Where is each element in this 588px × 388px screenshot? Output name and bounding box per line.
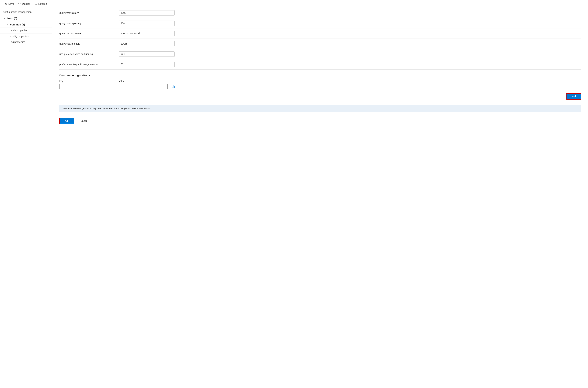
config-row-2: query.max-cpu-time bbox=[59, 28, 581, 39]
config-rows: query.max-history query.min-expire-age q… bbox=[52, 8, 588, 70]
sidebar-header: Configuration management bbox=[0, 8, 52, 15]
config-row-3: query.max-memory bbox=[59, 39, 581, 49]
custom-key-input-0[interactable] bbox=[59, 84, 115, 89]
config-value-input-4[interactable] bbox=[119, 51, 175, 57]
tree-item-config-properties[interactable]: config.properties bbox=[0, 33, 52, 39]
config-key-4: use-preferred-write-partitioning bbox=[59, 53, 115, 55]
chevron-trino-icon: ∨ bbox=[3, 16, 6, 20]
refresh-button[interactable]: Refresh bbox=[33, 1, 49, 6]
custom-config-section: Custom configurations key value bbox=[52, 70, 588, 89]
tree-label-config-properties: config.properties bbox=[10, 35, 29, 38]
content-area: query.max-history query.min-expire-age q… bbox=[52, 8, 588, 388]
config-row-0: query.max-history bbox=[59, 8, 581, 18]
config-value-input-3[interactable] bbox=[119, 41, 175, 46]
bottom-buttons: Ok Cancel bbox=[52, 115, 588, 127]
add-button[interactable]: Add bbox=[566, 93, 581, 99]
config-value-input-0[interactable] bbox=[119, 10, 175, 16]
config-key-3: query.max-memory bbox=[59, 42, 115, 45]
tree-label-common: common (3) bbox=[10, 23, 25, 26]
config-row-4: use-preferred-write-partitioning bbox=[59, 49, 581, 59]
tree-item-trino[interactable]: ∨ trino (3) bbox=[0, 15, 52, 21]
sidebar: Configuration management ∨ trino (3) ∨ c… bbox=[0, 8, 52, 388]
tree-item-common[interactable]: ∨ common (3) bbox=[0, 21, 52, 28]
trash-icon bbox=[172, 85, 175, 88]
discard-icon bbox=[18, 2, 21, 5]
custom-config-title: Custom configurations bbox=[59, 74, 581, 77]
config-value-input-2[interactable] bbox=[119, 31, 175, 36]
config-value-input-5[interactable] bbox=[119, 62, 175, 67]
tree-item-node-properties[interactable]: node.properties bbox=[0, 28, 52, 33]
main-area: Configuration management ∨ trino (3) ∨ c… bbox=[0, 8, 588, 388]
config-row-5: preferred-write-partitioning-min-num... bbox=[59, 59, 581, 70]
discard-button[interactable]: Discard bbox=[16, 1, 32, 6]
config-key-1: query.min-expire-age bbox=[59, 22, 115, 24]
add-btn-row: Add bbox=[52, 91, 588, 102]
save-icon bbox=[4, 2, 7, 5]
cancel-button[interactable]: Cancel bbox=[76, 118, 93, 124]
refresh-icon bbox=[34, 2, 37, 5]
toolbar: Save Discard Refresh bbox=[0, 0, 588, 8]
config-key-5: preferred-write-partitioning-min-num... bbox=[59, 63, 115, 66]
custom-config-key-header: key bbox=[59, 80, 115, 82]
config-key-0: query.max-history bbox=[59, 12, 115, 14]
svg-rect-2 bbox=[5, 4, 7, 5]
info-banner: Some service configurations may need ser… bbox=[59, 105, 581, 112]
config-value-input-1[interactable] bbox=[119, 21, 175, 26]
custom-config-row-0 bbox=[59, 84, 581, 89]
custom-value-input-0[interactable] bbox=[119, 84, 168, 89]
tree-label-log-properties: log.properties bbox=[10, 41, 25, 43]
config-row-1: query.min-expire-age bbox=[59, 18, 581, 28]
save-button[interactable]: Save bbox=[3, 1, 16, 6]
tree-label-node-properties: node.properties bbox=[10, 29, 27, 32]
chevron-common-icon: ∨ bbox=[6, 23, 9, 26]
custom-config-value-header: value bbox=[119, 80, 581, 82]
svg-rect-1 bbox=[5, 3, 6, 4]
delete-custom-row-button-0[interactable] bbox=[171, 84, 176, 89]
ok-button[interactable]: Ok bbox=[59, 118, 74, 124]
custom-config-headers: key value bbox=[59, 80, 581, 82]
svg-rect-3 bbox=[172, 86, 175, 88]
config-key-2: query.max-cpu-time bbox=[59, 32, 115, 35]
tree-item-log-properties[interactable]: log.properties bbox=[0, 39, 52, 45]
tree-label-trino: trino (3) bbox=[7, 17, 17, 20]
